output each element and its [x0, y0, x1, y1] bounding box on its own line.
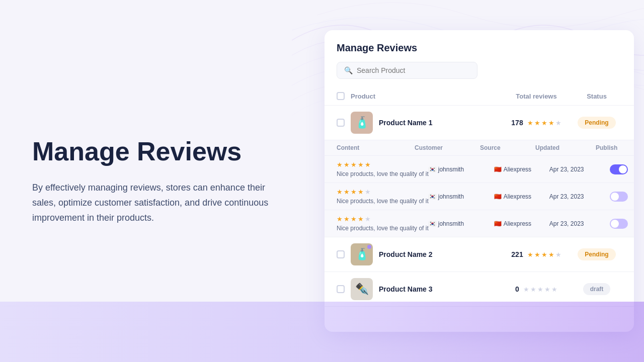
product-thumbnail: ✒️: [351, 278, 373, 300]
review-content: ★★★★★ Nice products, love the quality of…: [337, 188, 429, 205]
reviews-count: 221 ★★★★★: [501, 250, 572, 258]
product-stars: ★★★★★: [527, 119, 561, 127]
star-icon: ★: [523, 286, 529, 293]
product-row: 🧴 Product Name 2 221 ★★★★★ Pending: [325, 237, 634, 272]
review-sub-header: Content Customer Source Updated Publish: [325, 140, 634, 156]
search-input[interactable]: [357, 66, 470, 74]
product-main-row[interactable]: 🧴 Product Name 1 178 ★★★★★ Pending: [325, 106, 634, 140]
card-header: Manage Reviews 🔍: [325, 42, 634, 87]
products-list: 🧴 Product Name 1 178 ★★★★★ Pending Conte…: [325, 106, 634, 307]
source-name: Aliexpress: [504, 220, 531, 227]
star-icon: ★: [337, 161, 343, 168]
review-updated: Apr 23, 2023: [549, 166, 610, 173]
status-cell: Pending: [572, 117, 622, 129]
star-icon: ★: [351, 161, 357, 168]
reviews-count: 0 ★★★★★: [501, 285, 572, 293]
review-stars: ★★★★★: [337, 188, 429, 196]
star-icon: ★: [541, 119, 547, 127]
search-bar[interactable]: 🔍: [337, 62, 477, 79]
review-source: 🇨🇳 Aliexpress: [494, 220, 549, 227]
star-icon: ★: [548, 251, 554, 258]
card-title: Manage Reviews: [337, 42, 622, 54]
source-name: Aliexpress: [504, 193, 531, 200]
star-icon: ★: [344, 161, 350, 168]
row-checkbox[interactable]: [337, 250, 345, 258]
status-badge: Pending: [578, 248, 615, 260]
star-icon: ★: [544, 286, 550, 293]
star-icon: ★: [351, 215, 357, 223]
product-name: Product Name 3: [379, 285, 433, 293]
product-stars: ★★★★★: [527, 251, 561, 258]
star-icon: ★: [534, 251, 540, 258]
flag-icon: 🇰🇷: [429, 166, 436, 173]
reviews-number: 0: [515, 285, 519, 293]
star-icon: ★: [530, 286, 536, 293]
product-info: ✒️ Product Name 3: [351, 278, 501, 300]
reviews-count: 178 ★★★★★: [501, 119, 572, 127]
product-name: Product Name 1: [379, 119, 433, 127]
star-icon: ★: [365, 161, 371, 168]
flag-icon: 🇰🇷: [429, 220, 436, 227]
sub-header-publish: Publish: [596, 144, 626, 151]
review-item: ★★★★★ Nice products, love the quality of…: [325, 210, 634, 237]
publish-toggle[interactable]: [610, 164, 628, 174]
select-all-checkbox[interactable]: [337, 92, 345, 100]
star-icon: ★: [537, 286, 543, 293]
source-flag-icon: 🇨🇳: [494, 193, 502, 200]
publish-toggle[interactable]: [610, 192, 628, 202]
product-main-row[interactable]: 🧴 Product Name 2 221 ★★★★★ Pending: [325, 237, 634, 272]
column-status: Status: [572, 93, 622, 100]
review-source: 🇨🇳 Aliexpress: [494, 166, 549, 173]
page-hero-description: By effectively managing reviews, stores …: [32, 180, 274, 225]
source-flag-icon: 🇨🇳: [494, 220, 502, 227]
star-icon: ★: [365, 188, 371, 196]
review-stars: ★★★★★: [337, 215, 429, 223]
review-text: Nice products, love the quality of it: [337, 198, 429, 205]
review-customer: 🇰🇷 johnsmith: [429, 193, 494, 200]
reviews-number: 221: [511, 250, 523, 258]
star-icon: ★: [527, 119, 533, 127]
row-checkbox[interactable]: [337, 285, 345, 293]
column-total-reviews: Total reviews: [501, 93, 572, 100]
column-product: Product: [351, 93, 501, 100]
star-icon: ★: [344, 215, 350, 223]
status-cell: draft: [572, 283, 622, 295]
product-info: 🧴 Product Name 2: [351, 243, 501, 265]
product-stars: ★★★★★: [523, 286, 557, 293]
star-icon: ★: [358, 215, 364, 223]
status-badge: draft: [583, 283, 611, 295]
sub-header-content: Content: [337, 144, 415, 151]
product-info: 🧴 Product Name 1: [351, 112, 501, 134]
status-badge: Pending: [578, 117, 615, 129]
source-name: Aliexpress: [504, 166, 531, 173]
row-checkbox[interactable]: [337, 119, 345, 127]
publish-toggle[interactable]: [610, 219, 628, 229]
star-icon: ★: [551, 286, 557, 293]
customer-name: johnsmith: [438, 193, 464, 200]
star-icon: ★: [358, 161, 364, 168]
right-panel: Manage Reviews 🔍 Product Total reviews S…: [319, 0, 644, 362]
review-source: 🇨🇳 Aliexpress: [494, 193, 549, 200]
page-hero-title: Manage Reviews: [32, 137, 290, 167]
search-icon: 🔍: [344, 66, 353, 74]
reviews-card: Manage Reviews 🔍 Product Total reviews S…: [325, 30, 634, 332]
product-main-row[interactable]: ✒️ Product Name 3 0 ★★★★★ draft: [325, 272, 634, 306]
product-row: ✒️ Product Name 3 0 ★★★★★ draft: [325, 272, 634, 307]
star-icon: ★: [358, 188, 364, 196]
star-icon: ★: [541, 251, 547, 258]
review-customer: 🇰🇷 johnsmith: [429, 220, 494, 227]
star-icon: ★: [555, 251, 561, 258]
review-text: Nice products, love the quality of it: [337, 170, 429, 177]
star-icon: ★: [527, 251, 533, 258]
product-name: Product Name 2: [379, 250, 433, 258]
star-icon: ★: [337, 188, 343, 196]
product-row: 🧴 Product Name 1 178 ★★★★★ Pending Conte…: [325, 106, 634, 237]
customer-name: johnsmith: [438, 220, 464, 227]
review-item: ★★★★★ Nice products, love the quality of…: [325, 156, 634, 183]
star-icon: ★: [344, 188, 350, 196]
sub-header-customer: Customer: [415, 144, 480, 151]
status-cell: Pending: [572, 248, 622, 260]
reviews-expanded: Content Customer Source Updated Publish …: [325, 140, 634, 237]
star-icon: ★: [365, 215, 371, 223]
left-panel: Manage Reviews By effectively managing r…: [0, 0, 322, 362]
